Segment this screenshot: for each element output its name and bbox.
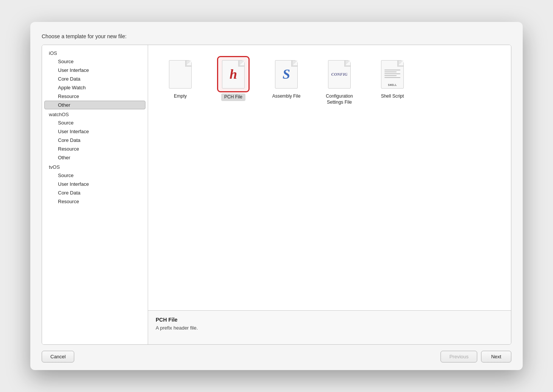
dialog-body: iOSSourceUser InterfaceCore DataApple Wa… xyxy=(42,45,511,345)
sidebar-section-ios: iOS xyxy=(42,48,148,57)
template-label-pch: PCH File xyxy=(221,93,245,101)
template-item-shell[interactable]: SHELLShell Script xyxy=(372,54,413,108)
template-label-shell: Shell Script xyxy=(381,93,404,100)
dialog-footer: Cancel Previous Next xyxy=(42,351,511,362)
sidebar-item-core-data[interactable]: Core Data xyxy=(44,188,145,197)
sidebar-item-source[interactable]: Source xyxy=(44,57,145,66)
nav-buttons: Previous Next xyxy=(441,351,511,362)
template-item-pch[interactable]: hPCH File xyxy=(212,54,254,108)
sidebar-item-source[interactable]: Source xyxy=(44,118,145,127)
sidebar-item-apple-watch[interactable]: Apple Watch xyxy=(44,83,145,92)
template-label-empty: Empty xyxy=(174,93,187,100)
sidebar-item-resource[interactable]: Resource xyxy=(44,145,145,153)
cancel-button[interactable]: Cancel xyxy=(42,351,74,362)
previous-button[interactable]: Previous xyxy=(441,351,477,362)
next-button[interactable]: Next xyxy=(481,351,511,362)
template-label-assembly: Assembly File xyxy=(272,93,301,100)
sidebar-item-source[interactable]: Source xyxy=(44,171,145,180)
dialog-main: iOSSourceUser InterfaceCore DataApple Wa… xyxy=(42,45,511,344)
description-area: PCH File A prefix header file. xyxy=(148,310,511,344)
sidebar-section-tvos: tvOS xyxy=(42,162,148,171)
sidebar-item-other[interactable]: Other xyxy=(44,101,145,109)
sidebar-section-watchos: watchOS xyxy=(42,109,148,118)
dialog-title: Choose a template for your new file: xyxy=(42,33,511,39)
sidebar-item-core-data[interactable]: Core Data xyxy=(44,136,145,145)
description-title: PCH File xyxy=(156,317,503,323)
template-label-config: Configuration Settings File xyxy=(322,93,357,105)
sidebar: iOSSourceUser InterfaceCore DataApple Wa… xyxy=(42,45,148,344)
sidebar-item-user-interface[interactable]: User Interface xyxy=(44,127,145,136)
description-text: A prefix header file. xyxy=(156,325,503,331)
sidebar-item-user-interface[interactable]: User Interface xyxy=(44,66,145,75)
template-grid: EmptyhPCH FileSAssembly FileCONFIGConfig… xyxy=(148,45,511,310)
sidebar-item-other[interactable]: Other xyxy=(44,153,145,162)
sidebar-item-resource[interactable]: Resource xyxy=(44,197,145,206)
template-item-empty[interactable]: Empty xyxy=(159,54,201,108)
template-item-config[interactable]: CONFIGConfiguration Settings File xyxy=(319,54,360,108)
template-item-assembly[interactable]: SAssembly File xyxy=(266,54,307,108)
sidebar-item-user-interface[interactable]: User Interface xyxy=(44,180,145,188)
content-area: EmptyhPCH FileSAssembly FileCONFIGConfig… xyxy=(148,45,511,344)
dialog: Choose a template for your new file: iOS… xyxy=(30,22,523,370)
sidebar-item-core-data[interactable]: Core Data xyxy=(44,75,145,83)
sidebar-item-resource[interactable]: Resource xyxy=(44,92,145,101)
